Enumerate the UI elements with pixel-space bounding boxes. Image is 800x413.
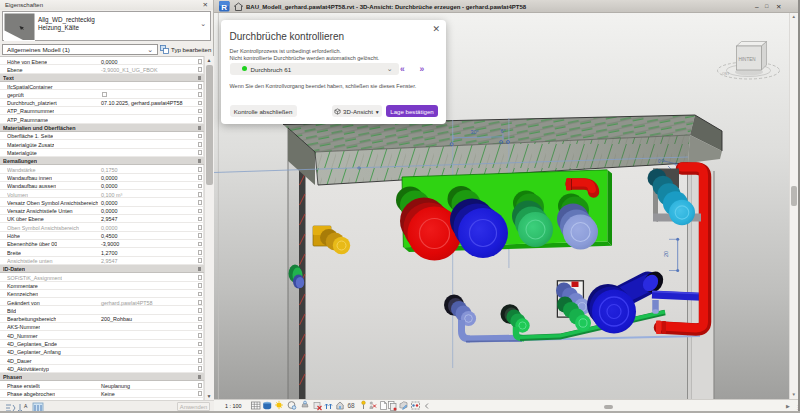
- svg-text:R: R: [221, 3, 227, 12]
- svg-text:68: 68: [348, 402, 356, 409]
- svg-text:OST: OST: [722, 72, 730, 76]
- svg-text:20: 20: [663, 251, 669, 257]
- svg-text:30°: 30°: [471, 129, 479, 135]
- svg-text:A: A: [24, 403, 28, 409]
- svg-text:6°: 6°: [501, 128, 506, 134]
- svg-text:HINTEN: HINTEN: [739, 57, 756, 62]
